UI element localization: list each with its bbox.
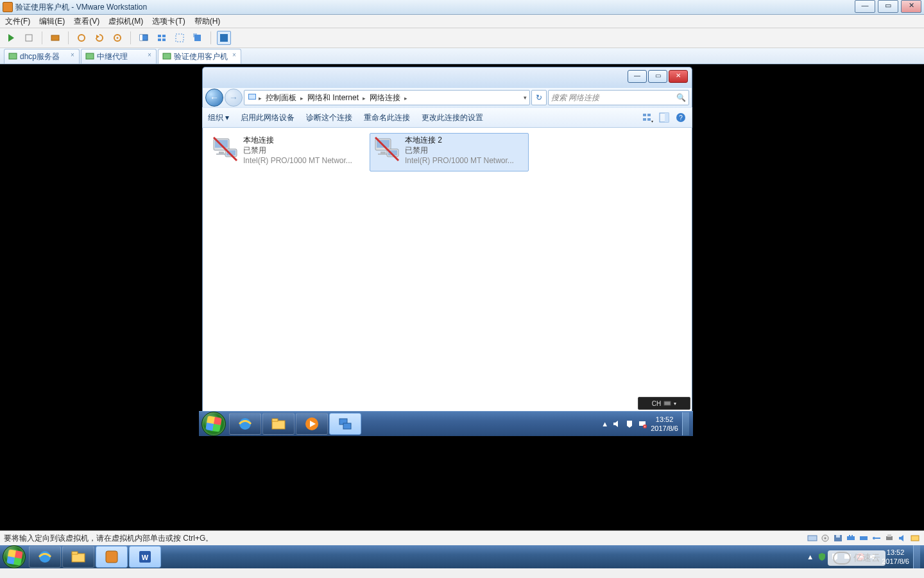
menu-vm[interactable]: 虚拟机(M): [108, 16, 143, 27]
host-taskbar-ie-icon[interactable]: [29, 546, 61, 568]
network-connection-item[interactable]: 本地连接 2 已禁用 Intel(R) PRO/1000 MT Networ..…: [370, 133, 529, 171]
revert-snapshot-icon[interactable]: [92, 31, 107, 45]
taskbar-network-icon[interactable]: [329, 413, 361, 435]
organize-button[interactable]: 组织 ▾: [208, 112, 229, 123]
printer-icon[interactable]: [884, 534, 894, 543]
breadcrumb-dropdown-icon[interactable]: ▾: [524, 94, 527, 101]
nav-back-button[interactable]: ←: [205, 89, 223, 107]
nic-icon[interactable]: [846, 534, 856, 543]
breadcrumb[interactable]: 控制面板 网络和 Internet 网络连接 ▾: [244, 90, 530, 105]
svg-rect-25: [647, 118, 651, 121]
message-icon[interactable]: [910, 534, 920, 543]
tray-clock[interactable]: 13:52 2017/8/6: [651, 415, 678, 433]
change-settings-button[interactable]: 更改此连接的设置: [422, 112, 483, 123]
folder-contents[interactable]: 本地连接 已禁用 Intel(R) PRO/1000 MT Networ... …: [202, 128, 692, 429]
host-tray-clock[interactable]: 13:52 2017/8/6: [882, 548, 909, 566]
sound-icon[interactable]: [897, 534, 907, 543]
tab-close-icon[interactable]: ×: [230, 52, 238, 60]
vm-tab-dhcp[interactable]: dhcp服务器 ×: [4, 49, 80, 64]
network-tray-icon[interactable]: ×: [638, 419, 647, 428]
host-start-button[interactable]: [3, 545, 26, 568]
vmware-toolbar: [0, 28, 924, 48]
start-button[interactable]: [201, 412, 226, 436]
show-desktop-button[interactable]: [682, 412, 689, 435]
taskbar-ie-icon[interactable]: [229, 413, 261, 435]
host-minimize-button[interactable]: —: [855, 0, 875, 13]
langbar-options-icon[interactable]: ▾: [674, 401, 676, 407]
svg-rect-19: [163, 53, 171, 59]
action-center-icon[interactable]: [625, 419, 634, 428]
manage-snapshot-icon[interactable]: [110, 31, 124, 45]
host-taskbar-vmware-icon[interactable]: [96, 546, 128, 568]
svg-point-6: [117, 37, 119, 39]
host-show-desktop-button[interactable]: [913, 545, 920, 568]
tray-up-icon[interactable]: ▲: [601, 420, 608, 428]
tab-close-icon[interactable]: ×: [69, 52, 76, 60]
svg-rect-63: [849, 535, 850, 537]
connection-name: 本地连接: [243, 135, 352, 145]
language-bar[interactable]: CH ▾: [638, 397, 690, 410]
power-on-icon[interactable]: [4, 31, 18, 45]
nic2-icon[interactable]: [859, 534, 869, 543]
usb-icon[interactable]: [871, 534, 882, 543]
menu-view[interactable]: 查看(V): [74, 16, 99, 27]
svg-point-3: [78, 35, 85, 41]
diagnose-button[interactable]: 诊断这个连接: [306, 112, 352, 123]
unity-icon[interactable]: [173, 31, 187, 45]
svg-point-72: [39, 551, 51, 563]
menu-tabs[interactable]: 选项卡(T): [152, 16, 185, 27]
refresh-button[interactable]: ↻: [531, 90, 547, 105]
guest-maximize-button[interactable]: ▭: [648, 70, 667, 83]
host-taskbar-explorer-icon[interactable]: [62, 546, 94, 568]
show-console-icon[interactable]: [137, 31, 151, 45]
hdd-icon[interactable]: [807, 534, 817, 543]
guest-minimize-button[interactable]: —: [628, 70, 647, 83]
tray-up-icon[interactable]: ▲: [807, 553, 814, 561]
fullscreen-icon[interactable]: [217, 31, 231, 45]
host-close-button[interactable]: ✕: [901, 0, 921, 13]
svg-rect-65: [860, 536, 868, 540]
menu-help[interactable]: 帮助(H): [194, 16, 221, 27]
taskbar-mediaplayer-icon[interactable]: [296, 413, 328, 435]
breadcrumb-item[interactable]: 网络和 Internet: [305, 92, 361, 103]
guest-close-button[interactable]: ✕: [669, 70, 688, 83]
breadcrumb-item[interactable]: 网络连接: [367, 92, 403, 103]
take-snapshot-icon[interactable]: [74, 31, 89, 45]
thumbnail-icon[interactable]: [155, 31, 169, 45]
view-options-icon[interactable]: [642, 112, 653, 123]
cd-icon[interactable]: [820, 534, 830, 543]
snapshot-icon[interactable]: [48, 31, 62, 45]
ime-indicator: CH: [652, 400, 661, 407]
vm-tab-label: 中继代理: [97, 51, 128, 62]
breadcrumb-sep-icon: [257, 93, 263, 102]
connection-device: Intel(R) PRO/1000 MT Networ...: [243, 155, 352, 166]
volume-icon[interactable]: [612, 419, 621, 428]
power-dropdown-icon[interactable]: [22, 31, 36, 45]
floppy-icon[interactable]: [833, 534, 843, 543]
guest-window-titlebar[interactable]: — ▭ ✕: [202, 67, 692, 88]
svg-text:×: ×: [644, 425, 646, 428]
breadcrumb-item[interactable]: 控制面板: [263, 92, 299, 103]
nav-forward-button[interactable]: →: [225, 89, 243, 107]
preview-pane-icon[interactable]: [658, 112, 670, 123]
menu-file[interactable]: 文件(F): [5, 16, 30, 27]
svg-rect-10: [162, 35, 166, 37]
rename-button[interactable]: 重命名此连接: [364, 112, 410, 123]
stretch-icon[interactable]: [191, 31, 205, 45]
enable-device-button[interactable]: 启用此网络设备: [241, 112, 295, 123]
svg-rect-2: [51, 35, 59, 40]
tab-close-icon[interactable]: ×: [146, 52, 153, 60]
security-icon[interactable]: [817, 552, 826, 561]
vm-input-hint: 要将输入定向到该虚拟机，请在虚拟机内部单击或按 Ctrl+G。: [4, 533, 213, 544]
network-connection-item[interactable]: 本地连接 已禁用 Intel(R) PRO/1000 MT Networ...: [208, 133, 367, 171]
menu-edit[interactable]: 编辑(E): [39, 16, 65, 27]
help-icon[interactable]: ?: [675, 112, 687, 123]
host-taskbar-word-icon[interactable]: W: [129, 546, 161, 568]
vm-display[interactable]: — ▭ ✕ ← → 控制面板 网络和 Internet 网络连接 ▾ ↻ 搜索 …: [0, 64, 924, 530]
taskbar-explorer-icon[interactable]: [262, 413, 295, 435]
breadcrumb-sep-icon: [361, 93, 367, 102]
vm-tab-relay[interactable]: 中继代理 ×: [81, 49, 157, 64]
host-maximize-button[interactable]: ▭: [878, 0, 898, 13]
search-input[interactable]: 搜索 网络连接 🔍: [548, 90, 689, 105]
vm-tab-client[interactable]: 验证使用客户机 ×: [158, 49, 241, 64]
